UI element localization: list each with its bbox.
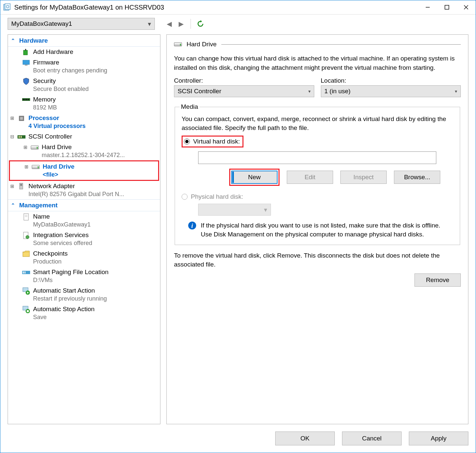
svg-rect-8 — [25, 49, 26, 51]
tree-label: Hard Drive — [42, 143, 125, 151]
tree-auto-start[interactable]: Automatic Start ActionRestart if previou… — [8, 285, 160, 304]
tree-label: Name — [33, 213, 91, 221]
tree-label: Firmware — [33, 59, 107, 66]
tree-scsi-controller[interactable]: ⊟ SCSI Controller — [8, 131, 160, 142]
settings-tree: ⌃ Hardware Add Hardware FirmwareBoot ent… — [8, 34, 160, 424]
vhd-path-input[interactable] — [198, 151, 436, 164]
controller-select[interactable]: SCSI Controller ▾ — [174, 85, 314, 97]
tree-label: SCSI Controller — [28, 133, 72, 141]
physical-disk-info-text: If the physical hard disk you want to us… — [201, 221, 453, 239]
network-adapter-icon — [17, 183, 26, 190]
header-rule — [221, 44, 461, 45]
tree-label: Checkpoints — [33, 250, 68, 258]
expand-icon[interactable]: ⊞ — [10, 115, 15, 121]
expand-icon[interactable]: ⊞ — [24, 164, 29, 169]
management-section-header[interactable]: ⌃ Management — [8, 199, 160, 211]
tree-security[interactable]: SecuritySecure Boot enabled — [8, 76, 160, 94]
svg-rect-17 — [20, 117, 23, 120]
cpu-icon — [17, 115, 26, 122]
tree-checkpoints[interactable]: CheckpointsProduction — [8, 248, 160, 267]
integration-icon — [22, 232, 30, 239]
tree-sublabel: Boot entry changes pending — [33, 66, 107, 74]
tree-label: Network Adapter — [28, 182, 124, 190]
refresh-button[interactable] — [195, 19, 205, 29]
browse-button[interactable]: Browse... — [394, 171, 440, 184]
media-description: You can compact, convert, expand, merge,… — [182, 114, 455, 132]
section-label: Management — [19, 202, 58, 209]
svg-rect-4 — [445, 5, 449, 9]
vm-selector[interactable]: MyDataBoxGateway1 ▾ — [8, 18, 155, 30]
collapse-icon[interactable]: ⊟ — [10, 134, 15, 139]
tree-label: Automatic Stop Action — [33, 305, 95, 313]
inspect-button: Inspect — [340, 171, 387, 184]
tree-sublabel: D:\VMs — [33, 276, 108, 284]
maximize-button[interactable] — [437, 1, 456, 14]
controller-icon — [17, 133, 26, 141]
tree-sublabel: 4 Virtual processors — [28, 122, 86, 130]
controller-label: Controller: — [174, 77, 314, 84]
tree-label: Automatic Start Action — [33, 287, 107, 295]
svg-rect-28 — [23, 252, 29, 257]
new-button[interactable]: New — [231, 171, 278, 184]
media-legend: Media — [180, 103, 199, 110]
svg-rect-10 — [25, 65, 27, 65]
tree-processor[interactable]: ⊞ Processor4 Virtual processors — [8, 113, 160, 131]
tree-smart-paging[interactable]: Smart Paging File LocationD:\VMs — [8, 267, 160, 285]
tree-sublabel: Save — [33, 313, 95, 321]
collapse-icon: ⌃ — [10, 38, 16, 44]
tree-network-adapter[interactable]: ⊞ Network AdapterIntel(R) 82576 Gigabit … — [8, 181, 160, 199]
expand-icon[interactable]: ⊞ — [23, 144, 28, 150]
chevron-down-icon: ▾ — [148, 20, 151, 28]
location-select[interactable]: 1 (in use) ▾ — [321, 85, 461, 97]
tree-firmware[interactable]: FirmwareBoot entry changes pending — [8, 57, 160, 76]
tree-integration-services[interactable]: Integration ServicesSome services offere… — [8, 230, 160, 248]
cancel-button[interactable]: Cancel — [342, 432, 402, 445]
radio-virtual-hard-disk[interactable] — [184, 139, 190, 144]
expand-icon[interactable]: ⊞ — [10, 184, 15, 189]
svg-rect-31 — [24, 271, 25, 273]
paging-icon — [22, 269, 30, 276]
tree-hard-drive-1[interactable]: ⊞ Hard Drivemaster.1.2.18252.1-304-2472.… — [8, 142, 160, 160]
content-area: ⌃ Hardware Add Hardware FirmwareBoot ent… — [0, 30, 476, 428]
controller-location-row: Controller: SCSI Controller ▾ Location: … — [174, 77, 461, 97]
remove-button[interactable]: Remove — [414, 273, 461, 287]
close-button[interactable] — [456, 1, 476, 14]
vhd-button-row: New Edit Inspect Browse... — [229, 169, 455, 186]
hard-drive-icon — [30, 144, 39, 151]
edit-button: Edit — [287, 171, 333, 184]
detail-title: Hard Drive — [187, 41, 217, 48]
ok-button[interactable]: OK — [275, 432, 335, 445]
tree-sublabel: MyDataBoxGateway1 — [33, 221, 91, 228]
tree-sublabel: Production — [33, 258, 68, 266]
tree-name[interactable]: NameMyDataBoxGateway1 — [8, 211, 160, 230]
detail-header: Hard Drive — [174, 41, 461, 48]
dialog-footer: OK Cancel Apply — [0, 428, 476, 453]
minimize-button[interactable] — [418, 1, 437, 14]
tree-add-hardware[interactable]: Add Hardware — [8, 47, 160, 57]
tree-memory[interactable]: Memory8192 MB — [8, 94, 160, 113]
vhd-radio-highlight: Virtual hard disk: — [182, 136, 243, 147]
svg-rect-12 — [23, 99, 24, 100]
apply-button[interactable]: Apply — [409, 432, 468, 445]
info-icon: i — [188, 222, 196, 229]
svg-rect-1 — [5, 4, 10, 10]
physical-disk-info: i If the physical hard disk you want to … — [188, 221, 453, 239]
location-value: 1 (in use) — [325, 88, 351, 95]
hardware-section-header[interactable]: ⌃ Hardware — [8, 35, 160, 47]
hard-drive-icon — [174, 41, 182, 48]
tree-sublabel: master.1.2.18252.1-304-2472... — [42, 151, 125, 159]
svg-rect-9 — [23, 60, 29, 64]
tree-sublabel: Secure Boot enabled — [33, 85, 89, 93]
tree-sublabel: 8192 MB — [33, 103, 57, 111]
chevron-down-icon: ▾ — [455, 89, 457, 94]
nav-forward-button[interactable]: ▶ — [176, 19, 186, 29]
location-label: Location: — [321, 77, 461, 84]
svg-rect-20 — [21, 136, 22, 138]
shield-icon — [22, 78, 30, 85]
monitor-icon — [22, 59, 30, 66]
auto-start-icon — [22, 287, 30, 295]
tree-hard-drive-2[interactable]: ⊞ Hard Drive<file> — [10, 161, 158, 180]
tree-auto-stop[interactable]: Automatic Stop ActionSave — [8, 304, 160, 322]
nav-back-button[interactable]: ◀ — [164, 19, 174, 29]
tree-label: Security — [33, 77, 89, 85]
